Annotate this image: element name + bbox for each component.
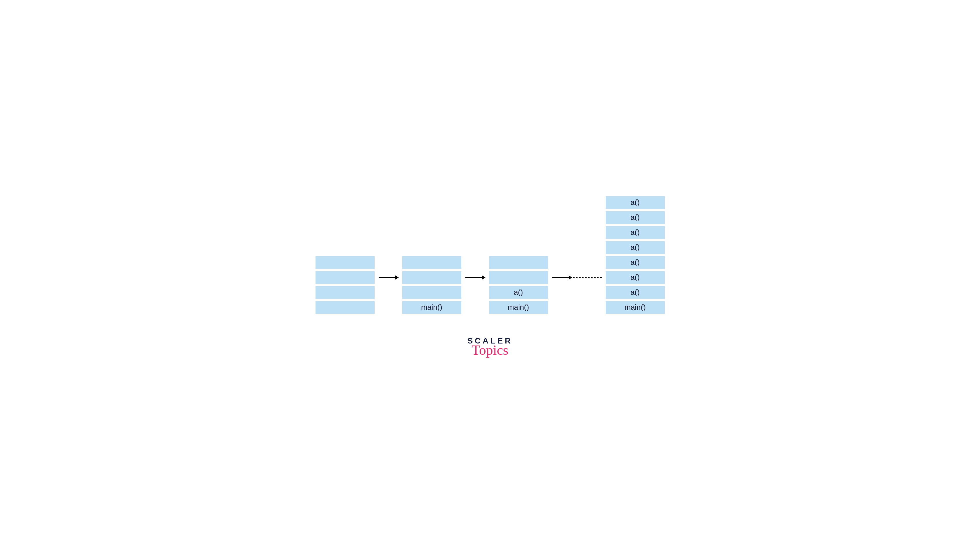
stack-frame: a() [606,211,665,224]
scaler-topics-logo: SCALER Topics [468,337,512,357]
stack-frame: a() [606,241,665,254]
arrow-right-icon [465,277,485,278]
stack-frame: main() [606,301,665,314]
stack-frame [489,271,548,284]
arrow-2 [461,271,489,284]
arrow-right-icon [552,277,572,278]
stack-frame: a() [606,271,665,284]
stack-frame: a() [606,286,665,299]
stack-frame: a() [606,196,665,209]
stack-frame: a() [489,286,548,299]
stack-2: main() [402,256,461,314]
stack-1 [315,256,375,314]
stack-frame: a() [606,226,665,239]
stack-3: a() main() [489,256,548,314]
arrow-1 [375,271,402,284]
stack-frame: a() [606,256,665,269]
stack-frame [489,256,548,269]
stack-4: a() a() a() a() a() a() a() main() [606,196,665,314]
stack-frame [315,256,375,269]
stack-frame [315,286,375,299]
call-stack-diagram: main() a() main() a() a() a() a() a() a(… [315,196,665,314]
arrow-3-dashed [548,271,606,284]
stack-frame: main() [489,301,548,314]
stack-frame [315,301,375,314]
stack-frame [402,286,461,299]
logo-line-2: Topics [472,343,508,357]
stack-frame: main() [402,301,461,314]
stack-frame [315,271,375,284]
stack-frame [402,256,461,269]
stack-frame [402,271,461,284]
arrow-right-icon [379,277,398,278]
dashed-line-icon [573,277,602,278]
